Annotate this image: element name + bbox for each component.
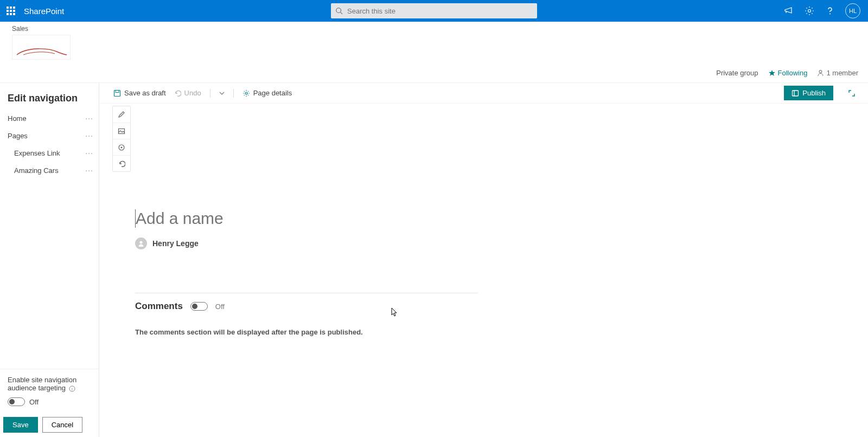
site-logo[interactable]: [12, 35, 71, 60]
svg-point-0: [336, 8, 341, 13]
author-name[interactable]: Henry Legge: [152, 239, 199, 248]
section-divider: [135, 293, 478, 293]
svg-point-16: [140, 241, 143, 244]
save-button[interactable]: Save: [3, 417, 38, 433]
page-editor: Save as draft Undo Page details Publish: [99, 83, 868, 437]
star-icon: [768, 69, 776, 77]
more-icon[interactable]: ···: [85, 149, 93, 157]
audience-toggle-state: Off: [29, 398, 39, 406]
publish-icon: [792, 89, 799, 97]
privacy-label: Private group: [716, 69, 758, 77]
audience-target-label: Enable site navigation audience targetin…: [8, 376, 91, 392]
command-bar: Save as draft Undo Page details Publish: [99, 83, 868, 104]
sidebar-title: Edit navigation: [0, 83, 99, 110]
svg-point-15: [121, 146, 123, 148]
comments-note: The comments section will be displayed a…: [135, 328, 478, 336]
member-count[interactable]: 1 member: [817, 69, 858, 77]
svg-line-1: [341, 12, 343, 15]
expand-icon: [848, 89, 856, 97]
megaphone-icon[interactable]: [783, 5, 794, 16]
comments-toggle[interactable]: [190, 302, 208, 311]
gear-icon: [242, 89, 250, 97]
comments-toggle-state: Off: [215, 303, 225, 311]
picture-icon: [118, 127, 125, 135]
save-as-draft-button[interactable]: Save as draft: [113, 89, 166, 97]
search-icon: [335, 7, 343, 15]
svg-rect-9: [116, 90, 119, 92]
title-tool-rail: [112, 106, 131, 172]
nav-item-pages[interactable]: Pages ···: [0, 127, 99, 144]
nav-item-expenses-link[interactable]: Expenses Link ···: [0, 144, 99, 162]
edit-navigation-panel: Edit navigation Home ··· Pages ··· Expen…: [0, 83, 99, 437]
audience-toggle[interactable]: [8, 397, 25, 406]
suite-bar: SharePoint HL: [0, 0, 868, 22]
help-icon[interactable]: [825, 5, 835, 16]
svg-point-5: [820, 70, 822, 73]
svg-point-10: [245, 92, 247, 94]
focal-button[interactable]: [113, 139, 130, 155]
user-avatar[interactable]: HL: [845, 3, 860, 18]
edit-title-button[interactable]: [113, 106, 130, 123]
undo-icon: [174, 89, 181, 97]
svg-point-2: [808, 10, 811, 12]
expand-button[interactable]: [845, 87, 858, 100]
focal-icon: [118, 144, 125, 151]
cancel-button[interactable]: Cancel: [42, 417, 82, 433]
publish-button[interactable]: Publish: [784, 86, 833, 100]
more-icon[interactable]: ···: [85, 131, 93, 140]
more-icon[interactable]: ···: [85, 114, 93, 123]
undo-button[interactable]: Undo: [174, 89, 201, 97]
info-icon[interactable]: i: [69, 385, 75, 392]
chevron-down-icon: [219, 91, 225, 96]
divider: [233, 89, 234, 98]
author-avatar[interactable]: [135, 237, 147, 249]
pencil-icon: [118, 111, 125, 118]
svg-marker-4: [769, 70, 775, 76]
nav-item-amazing-cars[interactable]: Amazing Cars ···: [0, 162, 99, 179]
search-input[interactable]: [347, 7, 533, 15]
reset-button[interactable]: [113, 155, 130, 171]
divider: [210, 89, 210, 98]
settings-icon[interactable]: [804, 5, 815, 16]
undo-icon: [118, 160, 125, 168]
svg-rect-8: [114, 90, 120, 96]
site-header: Sales Private group Following 1 member: [0, 22, 868, 83]
more-icon[interactable]: ···: [85, 166, 93, 175]
svg-point-3: [829, 14, 831, 15]
comments-heading: Comments: [135, 301, 183, 312]
person-icon: [817, 69, 824, 76]
app-launcher-icon[interactable]: [0, 0, 22, 22]
person-icon: [137, 240, 145, 247]
save-icon: [113, 89, 121, 97]
image-button[interactable]: [113, 123, 130, 139]
following-button[interactable]: Following: [768, 69, 808, 77]
app-name[interactable]: SharePoint: [24, 7, 64, 16]
site-title[interactable]: Sales: [12, 25, 868, 33]
svg-text:i: i: [72, 387, 73, 391]
search-box[interactable]: [331, 3, 537, 18]
undo-dropdown[interactable]: [219, 91, 225, 96]
page-title-input[interactable]: [135, 209, 478, 228]
nav-item-home[interactable]: Home ···: [0, 110, 99, 127]
svg-rect-11: [793, 91, 799, 96]
page-details-button[interactable]: Page details: [242, 89, 292, 97]
